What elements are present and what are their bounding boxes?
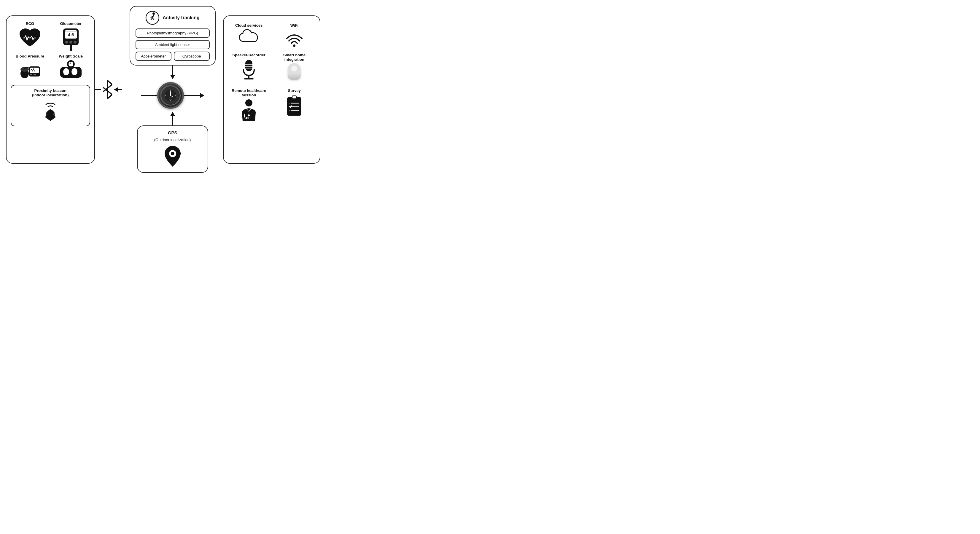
svg-point-53 [171,152,174,155]
svg-text:4.5: 4.5 [68,32,74,37]
left-panel: ECG Glucometer [6,16,95,164]
speaker-item: Speaker/Recorder [228,51,270,84]
watch-area [122,82,223,109]
svg-line-32 [107,80,112,84]
activity-panel: Activity tracking Photoplethysmography (… [130,6,216,65]
bottom-devices-row: Blood Pressure [11,54,90,81]
svg-line-39 [151,18,153,20]
left-horiz-arrow [141,95,157,96]
speaker-label: Speaker/Recorder [232,53,266,57]
diagram: ECG Glucometer [6,6,320,173]
svg-rect-14 [33,74,36,75]
arrow-right-tip [200,93,204,98]
bt-arrow-left [114,87,122,92]
wifi-item: WiFi [273,21,316,49]
svg-point-4 [65,41,68,44]
ppg-sensor: Photoplethysmography (PPG) [135,29,210,38]
arrow-up-tip-1 [170,112,175,116]
cloud-icon [238,29,259,44]
arrow-up-1 [170,112,175,126]
svg-rect-12 [30,68,39,73]
left-stem [141,95,157,96]
right-stem [184,95,200,96]
glucometer-icon: 4.5 [60,27,81,51]
svg-point-6 [73,41,76,44]
doctor-icon [239,99,259,122]
watch-face [161,86,181,106]
wifi-label: WiFi [290,23,298,27]
blood-pressure-label: Blood Pressure [16,54,44,59]
svg-rect-3 [65,31,77,32]
svg-point-8 [70,49,72,51]
smart-home-icon [288,63,301,80]
bluetooth-connector [95,79,122,100]
proximity-panel: Proximity beacon(Indoor localization) [11,85,90,126]
healthcare-label: Remote healthcare session [232,88,266,97]
arrow-stem-up-1 [172,116,173,126]
bluetooth-icon [101,79,114,100]
svg-line-40 [153,18,154,20]
gyroscope-sensor: Gyroscope [174,52,210,61]
bt-stem-right [118,89,122,90]
arrow-down-1 [170,65,175,79]
wifi-icon [283,29,305,47]
svg-line-35 [107,95,112,99]
ecg-device: ECG [14,21,46,51]
ecg-icon [18,27,42,49]
accelerometer-sensor: Accelerometer [135,52,172,61]
survey-label: Survey [288,88,301,93]
cloud-label: Cloud services [235,23,263,27]
proximity-label: Proximity beacon(Indoor localization) [32,88,69,97]
survey-icon [285,94,303,118]
svg-point-21 [75,73,77,75]
microphone-icon [240,59,258,83]
right-panel: Cloud services WiFi [223,16,320,164]
svg-point-37 [153,13,155,15]
blood-pressure-device: Blood Pressure [14,54,46,81]
ambient-sensor: Ambient light sensor [135,40,210,49]
gps-icon [162,145,183,168]
activity-title: Activity tracking [162,15,199,21]
right-horiz-arrow [184,93,204,98]
glucometer-device: Glucometer 4.5 [54,21,87,51]
svg-point-61 [245,99,252,106]
smartwatch-image [157,82,184,109]
svg-rect-64 [248,114,250,116]
ecg-label: ECG [26,21,34,26]
bottom-sensors-row: Accelerometer Gyroscope [135,52,210,61]
svg-point-5 [69,41,72,44]
activity-icon [145,11,159,25]
proximity-icon [40,99,61,123]
weight-scale-icon [59,60,83,81]
weight-scale-device: Weight Scale [54,54,87,81]
bt-stem-left [95,89,101,90]
smart-home-label: Smart home integration [283,53,305,62]
survey-item: Survey [273,87,316,124]
right-grid: Cloud services WiFi [228,21,316,124]
main-row: ECG Glucometer [6,6,320,173]
svg-point-54 [293,44,296,47]
svg-rect-13 [30,74,32,75]
gps-panel: GPS (Outdoor localization) [137,126,208,173]
svg-rect-67 [293,96,296,99]
healthcare-item: Remote healthcare session [228,87,270,124]
gps-title: GPS [168,130,177,135]
arrow-left-tip [114,87,118,92]
svg-rect-55 [245,60,252,71]
arrow-stem-1 [172,65,173,75]
svg-rect-7 [70,45,72,49]
blood-pressure-icon [18,60,42,80]
center-column: Activity tracking Photoplethysmography (… [122,6,223,173]
cloud-services-item: Cloud services [228,21,270,49]
svg-point-18 [66,73,68,75]
activity-title-row: Activity tracking [145,11,199,25]
weight-scale-label: Weight Scale [59,54,83,59]
smart-home-item: Smart home integration [273,51,316,84]
top-devices-row: ECG Glucometer [11,21,90,51]
arrow-down-tip-1 [170,75,175,79]
gps-subtitle: (Outdoor localization) [154,138,191,142]
glucometer-label: Glucometer [60,21,81,26]
